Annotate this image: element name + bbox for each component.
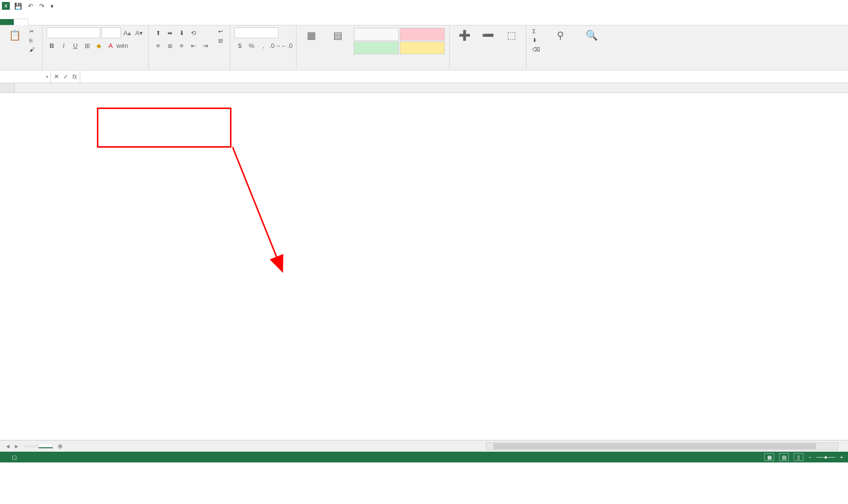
increase-font-icon[interactable]: A▴ bbox=[122, 27, 133, 38]
qat-dropdown-icon[interactable]: ▾ bbox=[49, 2, 55, 10]
cut-button[interactable]: ✂ bbox=[27, 27, 38, 36]
wrap-icon: ↩ bbox=[218, 28, 223, 35]
excel-icon: X bbox=[2, 2, 10, 10]
group-cells: ➕ ➖ ⬚ bbox=[450, 25, 527, 70]
comma-icon[interactable]: , bbox=[258, 40, 269, 51]
wrap-text-button[interactable]: ↩ bbox=[216, 27, 226, 36]
tab-review[interactable] bbox=[83, 19, 97, 25]
align-bottom-icon[interactable]: ⬇ bbox=[176, 27, 187, 38]
align-middle-icon[interactable]: ⬌ bbox=[164, 27, 175, 38]
autosum-button[interactable]: Σ bbox=[530, 27, 544, 35]
select-all-corner[interactable] bbox=[0, 83, 15, 92]
tab-home[interactable] bbox=[14, 19, 28, 25]
tab-view[interactable] bbox=[97, 19, 111, 25]
add-sheet-button[interactable]: ⊕ bbox=[53, 443, 68, 450]
merge-icon: ⊟ bbox=[218, 38, 223, 44]
group-label-editing bbox=[530, 67, 606, 68]
increase-decimal-icon[interactable]: .0→ bbox=[270, 40, 280, 51]
align-top-icon[interactable]: ⬆ bbox=[153, 27, 163, 38]
font-color-button[interactable]: A bbox=[105, 40, 116, 51]
macro-record-icon[interactable]: ▢ bbox=[12, 454, 17, 460]
number-format-select[interactable] bbox=[234, 27, 278, 38]
tab-page-layout[interactable] bbox=[42, 19, 56, 25]
decrease-decimal-icon[interactable]: ←.0 bbox=[281, 40, 292, 51]
merge-button[interactable]: ⊟ bbox=[216, 37, 226, 45]
cell-style-normal[interactable] bbox=[354, 28, 399, 41]
horizontal-scrollbar[interactable] bbox=[486, 442, 838, 450]
redo-icon[interactable]: ↷ bbox=[38, 2, 46, 10]
sheet-nav-prev-icon[interactable]: ◄ bbox=[5, 443, 11, 450]
sheet-tab-2[interactable] bbox=[39, 444, 53, 448]
find-select-button[interactable]: 🔍 bbox=[577, 27, 606, 43]
painter-button[interactable]: 🖌 bbox=[27, 45, 38, 53]
format-table-button[interactable]: ▤ bbox=[324, 27, 351, 43]
cell-style-bad[interactable] bbox=[400, 28, 445, 41]
orientation-icon[interactable]: ⟲ bbox=[188, 27, 199, 38]
tab-insert[interactable] bbox=[28, 19, 42, 25]
copy-icon: ⎘ bbox=[29, 38, 33, 44]
view-page-layout-icon[interactable]: ▤ bbox=[779, 453, 789, 461]
save-icon[interactable]: 💾 bbox=[13, 2, 23, 10]
conditional-format-button[interactable]: ▦ bbox=[300, 27, 322, 43]
view-page-break-icon[interactable]: ▯ bbox=[794, 453, 803, 461]
delete-cell-button[interactable]: ➖ bbox=[477, 27, 499, 43]
formula-input[interactable] bbox=[80, 70, 848, 83]
spreadsheet-grid[interactable] bbox=[0, 83, 848, 440]
sort-icon: ⚲ bbox=[552, 27, 568, 43]
view-normal-icon[interactable]: ▦ bbox=[764, 453, 774, 461]
cancel-formula-icon[interactable]: ✕ bbox=[54, 73, 59, 80]
zoom-out-button[interactable]: − bbox=[808, 454, 811, 460]
accept-formula-icon[interactable]: ✓ bbox=[63, 73, 69, 80]
cell-style-good[interactable] bbox=[354, 42, 399, 54]
indent-increase-icon[interactable]: ⇥ bbox=[200, 40, 210, 51]
find-icon: 🔍 bbox=[584, 27, 599, 43]
paste-icon: 📋 bbox=[7, 27, 23, 43]
border-button[interactable]: ⊞ bbox=[82, 40, 92, 51]
tab-formulas[interactable] bbox=[56, 19, 69, 25]
decrease-font-icon[interactable]: A▾ bbox=[134, 27, 144, 38]
ribbon-tabs bbox=[0, 12, 848, 25]
zoom-in-button[interactable]: + bbox=[840, 454, 843, 460]
font-size-select[interactable] bbox=[101, 27, 121, 38]
percent-icon[interactable]: % bbox=[246, 40, 257, 51]
group-styles: ▦ ▤ bbox=[297, 25, 450, 70]
tab-acrobat[interactable] bbox=[124, 19, 138, 25]
undo-icon[interactable]: ↶ bbox=[26, 2, 35, 10]
insert-cell-button[interactable]: ➕ bbox=[454, 27, 475, 43]
tab-data[interactable] bbox=[69, 19, 83, 25]
fill-color-button[interactable]: ◆ bbox=[93, 40, 104, 51]
italic-button[interactable]: I bbox=[58, 40, 69, 51]
name-box[interactable] bbox=[0, 70, 51, 83]
paste-button[interactable]: 📋 bbox=[4, 27, 25, 43]
tab-baidu[interactable] bbox=[138, 19, 152, 25]
font-family-select[interactable] bbox=[46, 27, 100, 38]
group-editing: Σ ⬇ ⌫ ⚲ 🔍 bbox=[527, 25, 610, 70]
bold-button[interactable]: B bbox=[46, 40, 57, 51]
cell-style-neutral[interactable] bbox=[400, 42, 445, 54]
sheet-tab-1[interactable] bbox=[24, 445, 39, 448]
clear-button[interactable]: ⌫ bbox=[530, 45, 544, 54]
format-cell-button[interactable]: ⬚ bbox=[501, 27, 522, 43]
clear-icon: ⌫ bbox=[532, 46, 540, 53]
sort-filter-button[interactable]: ⚲ bbox=[546, 27, 575, 43]
copy-button[interactable]: ⎘ bbox=[27, 37, 38, 44]
phonetic-button[interactable]: wén bbox=[117, 40, 128, 51]
ribbon: 📋 ✂ ⎘ 🖌 A▴ A▾ B I U ⊞ ◆ bbox=[0, 25, 848, 70]
fill-button[interactable]: ⬇ bbox=[530, 36, 544, 44]
sigma-icon: Σ bbox=[532, 28, 536, 34]
zoom-slider[interactable]: ──●── bbox=[817, 454, 835, 460]
painter-icon: 🖌 bbox=[29, 46, 35, 52]
align-center-icon[interactable]: ≣ bbox=[164, 40, 175, 51]
align-left-icon[interactable]: ≡ bbox=[153, 40, 163, 51]
sheet-nav-next-icon[interactable]: ► bbox=[14, 443, 20, 450]
tab-file[interactable] bbox=[0, 19, 14, 25]
underline-button[interactable]: U bbox=[70, 40, 81, 51]
indent-decrease-icon[interactable]: ⇤ bbox=[188, 40, 199, 51]
fx-icon[interactable]: fx bbox=[72, 73, 77, 80]
cells-area[interactable] bbox=[15, 93, 848, 440]
tab-developer[interactable] bbox=[111, 19, 124, 25]
format-table-icon: ▤ bbox=[330, 27, 345, 43]
align-right-icon[interactable]: ≡ bbox=[176, 40, 187, 51]
currency-icon[interactable]: $ bbox=[234, 40, 245, 51]
group-font: A▴ A▾ B I U ⊞ ◆ A wén bbox=[43, 25, 149, 70]
